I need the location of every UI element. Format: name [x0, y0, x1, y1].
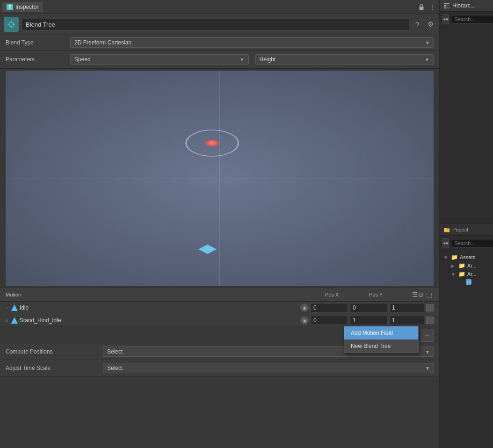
drag-handle-icon: ≡	[6, 318, 8, 323]
tree-expand-icon: ▼	[451, 272, 457, 277]
posy-col-header: Pos Y	[369, 292, 411, 297]
blend-type-row: Blend Type 2D Freeform Cartesian 2D Simp…	[0, 35, 439, 51]
blend-tree-name-input[interactable]	[22, 19, 409, 30]
motion-checkbox-stand[interactable]	[426, 317, 434, 324]
blend-type-select-wrapper: 2D Freeform Cartesian 2D Simple Directio…	[70, 37, 434, 48]
inspector-tab-icon	[7, 4, 13, 10]
parameters-label: Parameters	[6, 56, 66, 63]
blend-type-label: Blend Type	[6, 39, 66, 46]
settings-button[interactable]: ⚙	[425, 19, 435, 29]
compute-positions-label: Compute Positions	[6, 348, 99, 355]
adjust-time-scale-row: Adjust Time Scale Select None Homogeneou…	[0, 360, 439, 376]
inspector-tab-label: Inspector	[15, 4, 38, 10]
motion-posy-stand[interactable]	[350, 316, 387, 325]
hierarchy-add-button[interactable]: +▾	[442, 14, 449, 24]
tree-item-ar1[interactable]: ▶ 📁 Ar...	[442, 261, 491, 270]
inspector-tab[interactable]: Inspector	[2, 2, 43, 12]
motion-target-btn-idle[interactable]: ◉	[300, 303, 309, 312]
motion-posx-stand[interactable]	[311, 316, 348, 325]
motion-name-stand: Stand_Hind_Idle	[20, 317, 298, 324]
list-settings-icon[interactable]: ☰⊙	[413, 290, 422, 299]
tree-folder-icon: 📁	[451, 254, 458, 260]
param-y-arrow-icon: ▼	[425, 57, 429, 62]
svg-rect-15	[444, 3, 446, 4]
motion-posx-idle[interactable]	[311, 303, 348, 312]
hierarchy-icon	[443, 2, 450, 9]
asset-3d-icon: 3D	[466, 279, 471, 285]
hierarchy-search-input[interactable]	[451, 15, 493, 23]
hierarchy-content: +▾	[440, 12, 493, 224]
adjust-time-scale-label: Adjust Time Scale	[6, 365, 99, 371]
svg-rect-16	[444, 5, 446, 7]
motion-target-btn-stand[interactable]: ◉	[300, 316, 309, 325]
hierarchy-tab-label: Hierarc...	[452, 2, 475, 9]
header-icons: ☰⊙ ⬚	[413, 290, 434, 299]
svg-point-13	[209, 141, 216, 145]
param-x-dropdown[interactable]: Speed ▼	[70, 54, 249, 65]
param-x-arrow-icon: ▼	[240, 57, 245, 62]
remove-motion-button[interactable]: −	[420, 329, 434, 342]
project-panel: Project +▾ ▼ 📁 Assets ▶ 📁 Ar... ▼	[440, 224, 493, 448]
tab-bar: Inspector ⋮	[0, 0, 439, 14]
param-y-dropdown[interactable]: Height ▼	[255, 54, 434, 65]
motion-checkbox-idle[interactable]	[426, 304, 434, 311]
tree-item-assets[interactable]: ▼ 📁 Assets	[442, 253, 491, 261]
help-button[interactable]: ?	[412, 19, 422, 29]
list-display-icon[interactable]: ⬚	[424, 290, 434, 299]
drag-handle-icon: ≡	[6, 305, 8, 311]
project-search-input[interactable]	[451, 239, 493, 247]
project-toolbar: +▾	[440, 236, 493, 251]
motion-icon-idle	[11, 304, 18, 311]
inspector-panel: Inspector ⋮ ? ⚙ Ble	[0, 0, 440, 448]
lock-button[interactable]	[417, 2, 426, 12]
param-y-value: Height	[260, 56, 425, 63]
new-blend-tree-item[interactable]: New Blend Tree	[344, 340, 418, 353]
motion-name-idle: Idle	[20, 304, 298, 311]
hierarchy-tab: Hierarc...	[440, 0, 493, 12]
tree-item-label: Ar...	[467, 263, 477, 268]
svg-rect-2	[420, 7, 424, 10]
project-add-button[interactable]: +▾	[442, 238, 449, 248]
adjust-time-scale-select[interactable]: Select None Homogeneous Speed	[103, 363, 434, 373]
hierarchy-toolbar: +▾	[440, 12, 493, 27]
hierarchy-panel: Hierarc... +▾	[440, 0, 493, 224]
tree-item-label: Assets	[460, 254, 475, 260]
motion-row: ≡ Idle ◉	[0, 302, 439, 314]
project-content: +▾ ▼ 📁 Assets ▶ 📁 Ar... ▼ 📁 Ar...	[440, 236, 493, 448]
dropdown-menu: Add Motion Field New Blend Tree	[344, 326, 419, 353]
posx-col-header: Pos X	[325, 292, 367, 297]
svg-rect-17	[444, 7, 446, 8]
motion-actions: Add Motion Field New Blend Tree + −	[0, 327, 439, 344]
motion-weight-stand[interactable]	[389, 316, 424, 325]
right-sidebar: Hierarc... +▾ Project +▾ ▼ 📁	[440, 0, 493, 448]
blend-tree-header: ? ⚙	[0, 14, 439, 35]
motion-list-header: Motion Pos X Pos Y ☰⊙ ⬚	[0, 288, 439, 302]
blend-type-select[interactable]: 2D Freeform Cartesian 2D Simple Directio…	[70, 37, 434, 48]
tree-folder-icon: 📁	[458, 262, 465, 269]
menu-button[interactable]: ⋮	[428, 2, 437, 12]
project-tab: Project	[440, 224, 493, 236]
project-folder-icon	[443, 226, 450, 233]
tree-folder-icon: 📁	[458, 271, 465, 277]
param-x-value: Speed	[74, 56, 240, 63]
blend-tree-icon	[4, 17, 19, 32]
motion-col-header: Motion	[6, 292, 323, 297]
tab-actions: ⋮	[417, 2, 437, 12]
blend-map-area[interactable]	[6, 71, 434, 286]
project-tree: ▼ 📁 Assets ▶ 📁 Ar... ▼ 📁 Ar... 3D	[440, 251, 493, 448]
tree-item-3d-asset[interactable]: 3D	[442, 278, 491, 286]
tree-expand-icon: ▶	[451, 263, 457, 268]
motion-row: ≡ Stand_Hind_Idle ◉	[0, 314, 439, 327]
tree-item-ar2[interactable]: ▼ 📁 Ar...	[442, 270, 491, 278]
project-tab-label: Project	[452, 227, 468, 232]
blend-map-svg	[6, 71, 434, 286]
tree-expand-icon: ▼	[443, 255, 449, 260]
adjust-time-scale-select-wrapper: Select None Homogeneous Speed ▼	[103, 363, 434, 373]
motion-posy-idle[interactable]	[350, 303, 387, 312]
motion-weight-idle[interactable]	[389, 303, 424, 312]
motion-icon-stand	[11, 317, 18, 324]
add-motion-field-item[interactable]: Add Motion Field	[344, 326, 418, 340]
svg-point-0	[9, 5, 11, 7]
parameters-row: Parameters Speed ▼ Height ▼	[0, 51, 439, 69]
tree-item-label: Ar...	[467, 271, 477, 277]
